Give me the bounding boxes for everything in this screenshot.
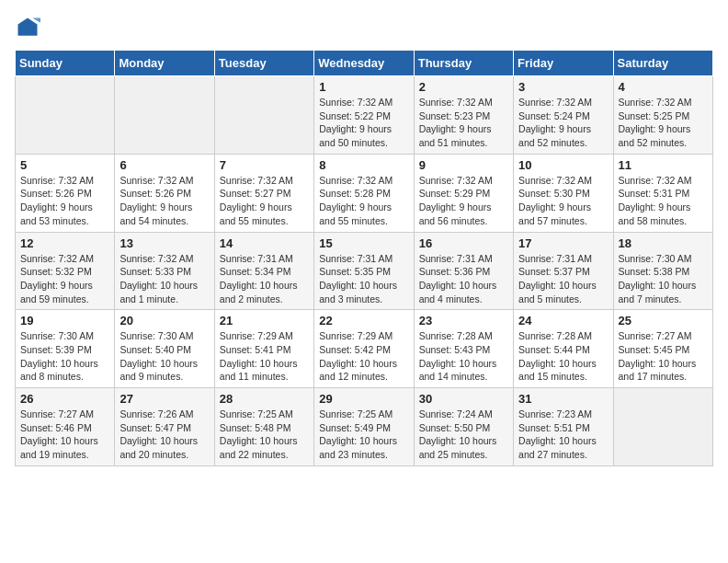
day-info: Sunrise: 7:30 AM Sunset: 5:40 PM Dayligh… (119, 329, 209, 384)
table-row: 17Sunrise: 7:31 AM Sunset: 5:37 PM Dayli… (514, 232, 613, 310)
day-info: Sunrise: 7:30 AM Sunset: 5:38 PM Dayligh… (619, 252, 708, 306)
table-row: 30Sunrise: 7:24 AM Sunset: 5:50 PM Dayli… (414, 388, 513, 466)
day-info: Sunrise: 7:29 AM Sunset: 5:41 PM Dayligh… (220, 329, 309, 384)
day-info: Sunrise: 7:32 AM Sunset: 5:33 PM Dayligh… (119, 252, 209, 306)
day-info: Sunrise: 7:32 AM Sunset: 5:22 PM Dayligh… (319, 96, 408, 150)
table-row: 29Sunrise: 7:25 AM Sunset: 5:49 PM Dayli… (314, 388, 414, 466)
table-row: 16Sunrise: 7:31 AM Sunset: 5:36 PM Dayli… (414, 232, 513, 310)
weekday-header: Sunday (16, 51, 115, 76)
day-number: 19 (20, 314, 109, 327)
table-row: 23Sunrise: 7:28 AM Sunset: 5:43 PM Dayli… (414, 310, 513, 388)
table-row: 10Sunrise: 7:32 AM Sunset: 5:30 PM Dayli… (514, 154, 613, 232)
day-info: Sunrise: 7:32 AM Sunset: 5:32 PM Dayligh… (20, 252, 109, 306)
day-info: Sunrise: 7:27 AM Sunset: 5:46 PM Dayligh… (20, 408, 109, 462)
table-row: 24Sunrise: 7:28 AM Sunset: 5:44 PM Dayli… (514, 310, 613, 388)
day-number: 30 (419, 392, 508, 406)
weekday-header: Wednesday (314, 51, 414, 76)
table-row: 1Sunrise: 7:32 AM Sunset: 5:22 PM Daylig… (314, 76, 414, 155)
table-row: 8Sunrise: 7:32 AM Sunset: 5:28 PM Daylig… (314, 154, 414, 232)
weekday-header: Friday (514, 51, 613, 76)
day-info: Sunrise: 7:32 AM Sunset: 5:24 PM Dayligh… (518, 96, 608, 150)
day-number: 4 (619, 80, 708, 94)
table-row: 26Sunrise: 7:27 AM Sunset: 5:46 PM Dayli… (16, 388, 115, 466)
logo-icon (15, 15, 40, 40)
day-number: 27 (119, 392, 209, 406)
day-number: 16 (419, 236, 508, 250)
day-info: Sunrise: 7:27 AM Sunset: 5:45 PM Dayligh… (619, 329, 708, 384)
table-row: 28Sunrise: 7:25 AM Sunset: 5:48 PM Dayli… (214, 388, 313, 466)
table-row: 20Sunrise: 7:30 AM Sunset: 5:40 PM Dayli… (115, 310, 214, 388)
svg-marker-0 (18, 18, 38, 36)
table-row: 2Sunrise: 7:32 AM Sunset: 5:23 PM Daylig… (414, 76, 513, 155)
day-number: 13 (119, 236, 209, 250)
day-info: Sunrise: 7:31 AM Sunset: 5:37 PM Dayligh… (518, 252, 608, 306)
day-number: 10 (518, 158, 608, 172)
day-info: Sunrise: 7:29 AM Sunset: 5:42 PM Dayligh… (319, 329, 408, 384)
week-row: 12Sunrise: 7:32 AM Sunset: 5:32 PM Dayli… (16, 232, 713, 310)
day-info: Sunrise: 7:30 AM Sunset: 5:39 PM Dayligh… (20, 329, 109, 384)
week-row: 5Sunrise: 7:32 AM Sunset: 5:26 PM Daylig… (16, 154, 713, 232)
header (15, 15, 713, 40)
table-row (16, 76, 115, 155)
day-info: Sunrise: 7:23 AM Sunset: 5:51 PM Dayligh… (518, 408, 608, 462)
day-number: 22 (319, 314, 408, 327)
table-row: 25Sunrise: 7:27 AM Sunset: 5:45 PM Dayli… (613, 310, 712, 388)
day-number: 14 (220, 236, 309, 250)
day-number: 29 (319, 392, 408, 406)
table-row: 5Sunrise: 7:32 AM Sunset: 5:26 PM Daylig… (16, 154, 115, 232)
day-info: Sunrise: 7:32 AM Sunset: 5:28 PM Dayligh… (319, 174, 408, 228)
week-row: 26Sunrise: 7:27 AM Sunset: 5:46 PM Dayli… (16, 388, 713, 466)
table-row: 6Sunrise: 7:32 AM Sunset: 5:26 PM Daylig… (115, 154, 214, 232)
table-row: 11Sunrise: 7:32 AM Sunset: 5:31 PM Dayli… (613, 154, 712, 232)
table-row (214, 76, 313, 155)
day-number: 23 (419, 314, 508, 327)
day-info: Sunrise: 7:32 AM Sunset: 5:31 PM Dayligh… (619, 174, 708, 228)
day-info: Sunrise: 7:31 AM Sunset: 5:36 PM Dayligh… (419, 252, 508, 306)
day-number: 15 (319, 236, 408, 250)
table-row: 31Sunrise: 7:23 AM Sunset: 5:51 PM Dayli… (514, 388, 613, 466)
day-info: Sunrise: 7:26 AM Sunset: 5:47 PM Dayligh… (119, 408, 209, 462)
day-number: 26 (20, 392, 109, 406)
day-number: 12 (20, 236, 109, 250)
day-info: Sunrise: 7:32 AM Sunset: 5:25 PM Dayligh… (619, 96, 708, 150)
day-number: 25 (619, 314, 708, 327)
day-info: Sunrise: 7:32 AM Sunset: 5:27 PM Dayligh… (220, 174, 309, 228)
day-number: 20 (119, 314, 209, 327)
table-row: 21Sunrise: 7:29 AM Sunset: 5:41 PM Dayli… (214, 310, 313, 388)
logo (15, 15, 44, 40)
weekday-header: Saturday (613, 51, 712, 76)
day-number: 6 (119, 158, 209, 172)
day-number: 31 (518, 392, 608, 406)
day-number: 8 (319, 158, 408, 172)
table-row: 13Sunrise: 7:32 AM Sunset: 5:33 PM Dayli… (115, 232, 214, 310)
day-info: Sunrise: 7:32 AM Sunset: 5:30 PM Dayligh… (518, 174, 608, 228)
weekday-header: Thursday (414, 51, 513, 76)
day-info: Sunrise: 7:28 AM Sunset: 5:44 PM Dayligh… (518, 329, 608, 384)
week-row: 19Sunrise: 7:30 AM Sunset: 5:39 PM Dayli… (16, 310, 713, 388)
table-row: 9Sunrise: 7:32 AM Sunset: 5:29 PM Daylig… (414, 154, 513, 232)
table-row: 14Sunrise: 7:31 AM Sunset: 5:34 PM Dayli… (214, 232, 313, 310)
day-info: Sunrise: 7:24 AM Sunset: 5:50 PM Dayligh… (419, 408, 508, 462)
table-row: 15Sunrise: 7:31 AM Sunset: 5:35 PM Dayli… (314, 232, 414, 310)
day-info: Sunrise: 7:32 AM Sunset: 5:26 PM Dayligh… (119, 174, 209, 228)
day-number: 17 (518, 236, 608, 250)
table-row: 3Sunrise: 7:32 AM Sunset: 5:24 PM Daylig… (514, 76, 613, 155)
weekday-header: Tuesday (214, 51, 313, 76)
day-number: 18 (619, 236, 708, 250)
day-number: 1 (319, 80, 408, 94)
week-row: 1Sunrise: 7:32 AM Sunset: 5:22 PM Daylig… (16, 76, 713, 155)
table-row: 27Sunrise: 7:26 AM Sunset: 5:47 PM Dayli… (115, 388, 214, 466)
day-number: 28 (220, 392, 309, 406)
day-info: Sunrise: 7:31 AM Sunset: 5:35 PM Dayligh… (319, 252, 408, 306)
table-row (115, 76, 214, 155)
day-number: 11 (619, 158, 708, 172)
table-row: 4Sunrise: 7:32 AM Sunset: 5:25 PM Daylig… (613, 76, 712, 155)
table-row: 18Sunrise: 7:30 AM Sunset: 5:38 PM Dayli… (613, 232, 712, 310)
table-row: 22Sunrise: 7:29 AM Sunset: 5:42 PM Dayli… (314, 310, 414, 388)
day-number: 21 (220, 314, 309, 327)
day-number: 7 (220, 158, 309, 172)
day-info: Sunrise: 7:32 AM Sunset: 5:29 PM Dayligh… (419, 174, 508, 228)
header-row: SundayMondayTuesdayWednesdayThursdayFrid… (16, 51, 713, 76)
day-number: 3 (518, 80, 608, 94)
day-info: Sunrise: 7:31 AM Sunset: 5:34 PM Dayligh… (220, 252, 309, 306)
